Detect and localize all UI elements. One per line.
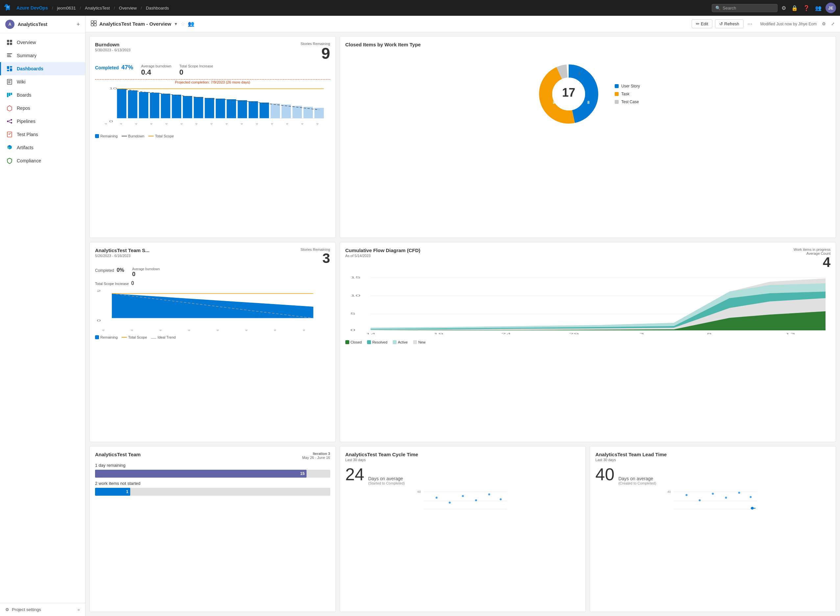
svg-rect-13 <box>8 81 11 81</box>
dashboard-chevron-icon[interactable]: ▼ <box>174 22 178 26</box>
sidebar-item-artifacts[interactable]: Artifacts <box>0 141 85 154</box>
svg-rect-11 <box>7 70 9 71</box>
lead-time-days: 40 <box>595 465 614 484</box>
sprint-legend: Remaining Total Scope Ideal Trend <box>95 335 330 339</box>
sidebar-item-summary[interactable]: Summary <box>0 49 85 62</box>
summary-icon <box>6 52 13 59</box>
projection-text: Projected completion: 7/9/2023 (26 more … <box>95 79 330 84</box>
svg-rect-15 <box>8 82 11 83</box>
svg-rect-35 <box>161 94 170 118</box>
svg-text:8: 8 <box>587 100 590 105</box>
project-avatar: A <box>5 20 15 29</box>
donut-legend: User Story Task Test Case <box>615 84 640 104</box>
svg-rect-44 <box>260 103 269 118</box>
sidebar-item-dashboards[interactable]: Dashboards <box>0 62 85 75</box>
sidebar-item-overview[interactable]: Overview <box>0 36 85 49</box>
edit-pencil-icon: ✏ <box>696 21 699 26</box>
dashboard-grid-icon <box>91 21 97 28</box>
svg-point-104 <box>725 497 727 499</box>
brand-name[interactable]: Azure DevOps <box>16 5 48 10</box>
svg-rect-10 <box>10 68 12 71</box>
settings-icon[interactable]: ⚙ <box>780 4 787 12</box>
svg-text:19: 19 <box>433 332 443 334</box>
crumb-org[interactable]: jeom0631 <box>57 6 76 10</box>
donut-container: 17 8 8 1 User Story Task Test Case <box>345 48 830 140</box>
project-settings-label: Project settings <box>12 607 41 612</box>
people-icon[interactable]: 👥 <box>814 4 823 12</box>
svg-point-92 <box>449 502 451 504</box>
dashboard-title: AnalyticsTest Team - Overview <box>99 21 171 26</box>
svg-rect-26 <box>94 21 96 23</box>
repos-icon <box>6 105 13 111</box>
sidebar-label-boards: Boards <box>17 92 31 98</box>
help-icon[interactable]: ❓ <box>802 4 811 12</box>
svg-point-102 <box>699 499 701 501</box>
svg-rect-43 <box>249 101 258 118</box>
sprint-title: AnalyticsTest Team S... <box>95 248 149 253</box>
pipelines-icon <box>6 118 13 125</box>
sep2: / <box>79 6 81 10</box>
sep3: / <box>114 6 115 10</box>
sidebar-label-overview: Overview <box>17 40 36 45</box>
cycle-time-days: 24 <box>345 465 364 484</box>
svg-point-20 <box>10 119 12 120</box>
svg-rect-17 <box>9 93 10 96</box>
svg-text:29: 29 <box>569 332 579 334</box>
collapse-icon[interactable]: « <box>78 607 80 612</box>
refresh-button[interactable]: ↺ Refresh <box>715 19 744 28</box>
iteration-bar2: 1 <box>95 488 330 496</box>
svg-point-101 <box>686 494 688 496</box>
favorite-icon[interactable]: ☆ <box>181 21 185 27</box>
crumb-overview[interactable]: Overview <box>119 6 137 10</box>
search-box[interactable]: 🔍 <box>712 4 777 12</box>
svg-rect-25 <box>91 21 93 23</box>
svg-point-95 <box>488 493 490 495</box>
cfd-chart: 15 10 5 0 <box>345 272 830 337</box>
sidebar-item-boards[interactable]: Boards <box>0 88 85 101</box>
sidebar-item-test-plans[interactable]: Test Plans <box>0 128 85 141</box>
sidebar-label-artifacts: Artifacts <box>17 145 34 150</box>
edit-button[interactable]: ✏ Edit <box>692 19 712 28</box>
sprint-card: AnalyticsTest Team S... 5/26/2023 - 6/16… <box>90 242 336 442</box>
lead-time-subtitle: Last 30 days <box>595 458 830 462</box>
search-icon: 🔍 <box>715 6 721 10</box>
compliance-icon <box>6 157 13 164</box>
sidebar-item-compliance[interactable]: Compliance <box>0 154 85 167</box>
svg-rect-1 <box>7 40 9 42</box>
svg-point-91 <box>435 497 438 499</box>
test-plans-icon <box>6 131 13 138</box>
crumb-dashboards[interactable]: Dashboards <box>146 6 169 10</box>
svg-rect-37 <box>183 96 192 118</box>
svg-text:14: 14 <box>366 332 376 334</box>
sidebar-item-repos[interactable]: Repos <box>0 101 85 115</box>
sidebar-item-pipelines[interactable]: Pipelines <box>0 115 85 128</box>
search-input[interactable] <box>723 6 769 10</box>
legend-test-case: Test Case <box>621 100 639 104</box>
sidebar-label-summary: Summary <box>17 53 37 58</box>
artifacts-icon <box>6 144 13 151</box>
svg-text:8: 8 <box>553 100 555 105</box>
lock-icon[interactable]: 🔒 <box>790 4 799 12</box>
dash-settings-icon[interactable]: ⚙ <box>822 21 826 26</box>
add-project-icon[interactable]: + <box>76 21 80 28</box>
main-layout: A AnalyticsTest + Overview Summary <box>0 16 840 616</box>
burndown-card: Burndown 5/30/2023 - 6/13/2023 Stories R… <box>90 36 336 238</box>
svg-rect-27 <box>91 23 93 26</box>
sidebar-item-wiki[interactable]: Wiki <box>0 75 85 88</box>
svg-rect-32 <box>128 90 138 118</box>
more-options-icon[interactable]: ··· <box>746 19 754 29</box>
svg-rect-3 <box>7 43 9 45</box>
crumb-project[interactable]: AnalyticsTest <box>85 6 110 10</box>
svg-rect-14 <box>8 82 10 82</box>
project-settings[interactable]: ⚙ Project settings « <box>0 603 85 616</box>
sprint-stories-value: 3 <box>301 251 330 265</box>
sidebar-label-pipelines: Pipelines <box>17 119 35 124</box>
closed-items-title: Closed Items by Work Item Type <box>345 42 830 47</box>
expand-icon[interactable]: ⤢ <box>831 21 835 26</box>
svg-point-94 <box>475 499 477 501</box>
svg-rect-16 <box>7 93 8 97</box>
lead-time-sub: (Created to Completed) <box>618 481 656 485</box>
team-icon[interactable]: 👥 <box>188 21 194 27</box>
svg-text:60: 60 <box>417 490 421 493</box>
avatar[interactable]: JE <box>825 3 836 13</box>
